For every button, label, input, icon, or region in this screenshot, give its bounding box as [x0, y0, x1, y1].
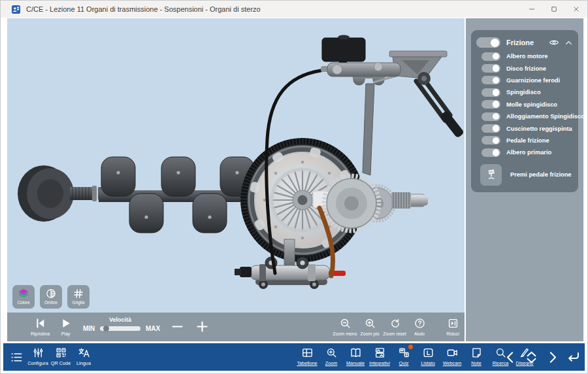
press-pedal-button[interactable] [480, 164, 502, 186]
maximize-icon[interactable] [543, 1, 565, 18]
restart-button[interactable]: Ripristina [31, 317, 50, 336]
layer-toggle-alloggiamento-spingidisco[interactable] [482, 112, 500, 121]
toolbar-item-webcam[interactable]: Webcam [441, 347, 463, 366]
layer-row-molle-spingidisco: Molle spingidisco [482, 99, 573, 110]
app-icon [11, 5, 21, 14]
step-minus-button[interactable] [171, 320, 184, 333]
view-tool-colore[interactable]: Colore [12, 285, 35, 309]
app-window: C/CE - Lezione 11 Organi di trasmissione… [0, 0, 588, 374]
layer-row-albero-primario: Albero primario [482, 146, 573, 158]
view-tool-buttons: Colore Ombre Griglia [12, 285, 90, 309]
book-icon [350, 347, 362, 359]
layer-row-cuscinetto-reggispinta: Cuscinetto reggispinta [482, 122, 573, 134]
toolbar-item-tabellone[interactable]: Tabellone [296, 347, 318, 366]
model-3d-scene [7, 18, 465, 313]
right-sidebar: Frizione Albero motore Disco frizione [466, 18, 583, 341]
pedal-icon [485, 168, 498, 181]
notification-badge [408, 345, 413, 349]
chevron-left-icon[interactable] [503, 350, 518, 365]
toolbar-nav-group [503, 343, 581, 371]
eye-icon[interactable] [549, 37, 559, 48]
qr-code-icon [55, 347, 67, 359]
playbar-button-zoom-pi[interactable]: Zoom più [357, 317, 382, 336]
toolbar-item-listato[interactable]: Listato [417, 347, 439, 366]
quiz-bubbles-icon [398, 347, 410, 359]
slides-icon [374, 347, 386, 359]
translate-icon [78, 347, 90, 359]
speed-max-label: MAX [146, 325, 160, 332]
title-bar[interactable]: C/CE - Lezione 11 Organi di trasmissione… [1, 1, 587, 18]
layer-row-alloggiamento-spingidisco: Alloggiamento Spingidisco [482, 110, 573, 122]
skip-start-icon [34, 317, 46, 330]
layer-toggle-albero-primario[interactable] [482, 148, 500, 157]
press-pedal-action: Premi pedale frizione [480, 164, 573, 186]
layer-row-spingidisco: Spingidisco [482, 86, 573, 98]
speed-slider-track[interactable] [100, 326, 140, 331]
layer-row-guarnizione-ferodi: Guarnizione ferodi [482, 75, 573, 86]
layer-toggle-molle-spingidisco[interactable] [482, 100, 500, 109]
playbar-button-riduci[interactable]: Riduci [440, 317, 465, 336]
playback-bar: Ripristina Play MIN Velocità MAX [7, 313, 465, 341]
toolbar-item-integrativi[interactable]: Integrativi [368, 347, 391, 366]
sliders-icon [32, 347, 44, 359]
speed-min-label: MIN [83, 325, 95, 332]
toolbar-item-quiz[interactable]: Quiz [393, 347, 415, 366]
chevron-right-icon[interactable] [545, 350, 560, 365]
zoom-buttons-group: Zoom meno Zoom più Zoom reset Ai [333, 317, 465, 336]
note-icon [470, 347, 483, 359]
toolbar-item-manuale[interactable]: Manuale [344, 347, 367, 366]
plus-icon [195, 320, 209, 333]
toolbar-item-lingua[interactable]: Lingua [73, 347, 95, 366]
layer-toggle-cuscinetto-reggispinta[interactable] [482, 124, 500, 133]
layer-toggle-guarnizione-ferodi[interactable] [482, 76, 500, 84]
bottom-toolbar: Configura QR Code Lingua Tabellone [3, 343, 585, 371]
speed-slider[interactable]: Velocità [99, 316, 141, 331]
toolbar-left-group: Configura QR Code Lingua [27, 347, 95, 366]
toolbar-item-note[interactable]: Note [465, 347, 487, 366]
speed-label: Velocità [109, 316, 131, 323]
flip-vertical-icon[interactable] [524, 350, 539, 365]
chevron-up-icon[interactable] [564, 39, 573, 47]
play-button[interactable]: Play [59, 317, 72, 336]
layer-toggle-albero-motore[interactable] [482, 52, 500, 61]
return-arrow-icon[interactable] [566, 350, 581, 365]
layer-toggle-pedale-frizione[interactable] [482, 136, 500, 144]
layers-panel: Frizione Albero motore Disco frizione [471, 30, 578, 192]
pedal-assembly [321, 35, 465, 139]
help-icon [414, 317, 426, 330]
window-controls [521, 1, 587, 18]
shadow-sphere-icon [45, 288, 57, 299]
color-layers-icon [18, 288, 29, 299]
layer-row-disco-frizione: Disco frizione [482, 62, 573, 74]
playbar-button-zoom-meno[interactable]: Zoom meno [333, 317, 357, 336]
menu-list-icon [10, 350, 24, 364]
play-icon [59, 317, 72, 330]
step-plus-button[interactable] [195, 320, 209, 333]
layer-row-pedale-frizione: Pedale frizione [482, 135, 573, 146]
close-icon[interactable] [565, 1, 587, 18]
toolbar-item-zoom[interactable]: Zoom [320, 347, 342, 366]
zoom-tool-icon [325, 347, 338, 359]
board-grid-icon [301, 347, 314, 359]
collapse-window-icon [447, 317, 459, 330]
window-title: C/CE - Lezione 11 Organi di trasmissione… [26, 5, 261, 13]
zoom-in-lens-icon [364, 317, 376, 330]
zoom-reset-icon [389, 317, 401, 330]
playbar-button-aiuto[interactable]: Aiuto [407, 317, 432, 336]
webcam-icon [446, 347, 459, 359]
toolbar-item-qr-code[interactable]: QR Code [50, 347, 72, 366]
speed-slider-knob[interactable] [103, 326, 109, 332]
minimize-icon[interactable] [521, 1, 543, 18]
main-menu-button[interactable] [10, 343, 24, 371]
frizione-toggle[interactable] [476, 37, 500, 48]
layers-panel-header: Frizione [476, 35, 573, 50]
layer-toggle-spingidisco[interactable] [482, 88, 500, 97]
grid-icon [73, 288, 84, 299]
playbar-button-zoom-reset[interactable]: Zoom reset [382, 317, 407, 336]
toolbar-item-configura[interactable]: Configura [27, 347, 49, 366]
view-tool-griglia[interactable]: Griglia [67, 285, 90, 309]
layer-toggle-disco-frizione[interactable] [482, 64, 500, 73]
viewport-3d[interactable]: Colore Ombre Griglia Ripristina [7, 18, 465, 341]
view-tool-ombre[interactable]: Ombre [40, 285, 62, 309]
toolbar-center-group: Tabellone Zoom Manuale Integr [296, 347, 536, 366]
